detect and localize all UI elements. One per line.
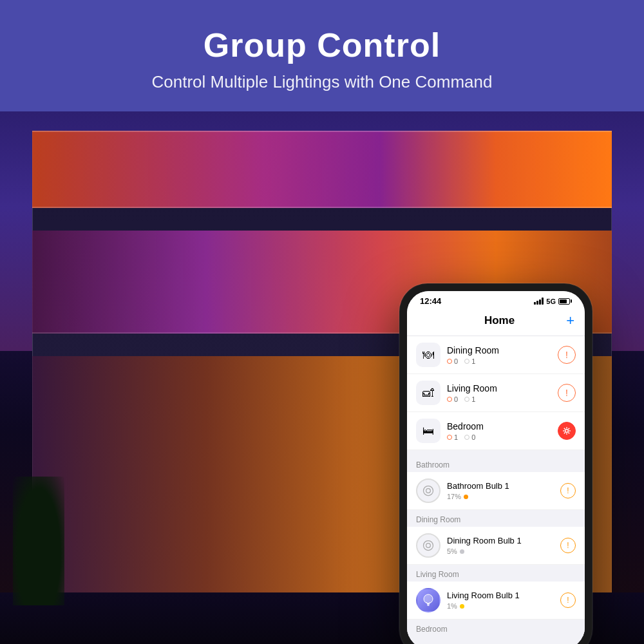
bathroom-status-dot bbox=[464, 495, 468, 499]
device-row[interactable]: Living Room Bulb 1 1% ! bbox=[407, 582, 585, 620]
dining-room-info: Dining Room 0 1 bbox=[447, 345, 558, 365]
living-device-section: Living Room bbox=[407, 565, 585, 620]
svg-point-4 bbox=[426, 544, 431, 548]
room-groups: 🍽 Dining Room 0 bbox=[407, 336, 585, 450]
bedroom-name: Bedroom bbox=[447, 421, 558, 431]
living-stat2: 1 bbox=[464, 395, 475, 403]
living-bulb-icon bbox=[416, 588, 440, 612]
bathroom-alert-icon[interactable]: ! bbox=[560, 483, 576, 498]
dining-alert-icon[interactable]: ! bbox=[560, 538, 576, 553]
house-section: 12:44 5G bbox=[0, 111, 644, 644]
living-stat1-count: 0 bbox=[454, 395, 458, 403]
dining-bulb-info: Dining Room Bulb 1 5% bbox=[447, 536, 560, 555]
phone-container: 12:44 5G bbox=[399, 283, 592, 644]
svg-point-2 bbox=[426, 489, 431, 493]
living-stat1: 0 bbox=[447, 395, 458, 403]
status-icons: 5G bbox=[534, 298, 572, 305]
phone-frame: 12:44 5G bbox=[399, 283, 592, 644]
living-room-info: Living Room 0 1 bbox=[447, 383, 558, 403]
bedroom-room-action[interactable] bbox=[558, 422, 576, 440]
svg-point-0 bbox=[565, 430, 569, 433]
status-time: 12:44 bbox=[420, 296, 441, 306]
bedroom-info: Bedroom 1 0 bbox=[447, 421, 558, 441]
dining-section-header: Dining Room bbox=[407, 510, 585, 527]
signal-bars-icon bbox=[534, 298, 544, 305]
bathroom-device-list: Bathroom Bulb 1 17% ! bbox=[407, 472, 585, 510]
living-room-icon: 🛋 bbox=[416, 381, 440, 405]
dining-bulb-icon bbox=[416, 533, 440, 558]
bedroom-stat1-count: 1 bbox=[454, 433, 458, 441]
bedroom-stat2: 0 bbox=[464, 433, 475, 441]
dining-room-stats: 0 1 bbox=[447, 357, 558, 365]
floor-upper bbox=[32, 131, 612, 208]
header-section: Group Control Control Multiple Lightings… bbox=[0, 0, 644, 111]
dining-room-action[interactable]: ! bbox=[558, 346, 576, 364]
dining-stat2: 1 bbox=[464, 357, 475, 365]
svg-point-1 bbox=[424, 486, 433, 496]
device-row[interactable]: Bathroom Bulb 1 17% ! bbox=[407, 472, 585, 510]
living-room-action[interactable]: ! bbox=[558, 384, 576, 402]
network-label: 5G bbox=[546, 298, 556, 305]
dining-brightness: 5% bbox=[447, 547, 457, 555]
add-button[interactable]: + bbox=[566, 312, 574, 329]
dining-bulb-name: Dining Room Bulb 1 bbox=[447, 536, 560, 545]
living-section-header: Living Room bbox=[407, 565, 585, 582]
bedroom-section-header: Bedroom bbox=[407, 620, 585, 636]
bathroom-brightness: 17% bbox=[447, 493, 461, 500]
living-brightness: 1% bbox=[447, 602, 457, 610]
bathroom-section-header: Bathroom bbox=[407, 455, 585, 472]
living-room-name: Living Room bbox=[447, 383, 558, 393]
living-bulb-name: Living Room Bulb 1 bbox=[447, 591, 560, 600]
sub-title: Control Multiple Lightings with One Comm… bbox=[13, 72, 631, 92]
dining-room-name: Dining Room bbox=[447, 345, 558, 355]
dining-stat1-count: 0 bbox=[454, 357, 458, 365]
bedroom-stat2-count: 0 bbox=[471, 433, 475, 441]
living-stat2-count: 1 bbox=[471, 395, 475, 403]
dining-stat1: 0 bbox=[447, 357, 458, 365]
bathroom-section: Bathroom bbox=[407, 455, 585, 510]
room-row[interactable]: 🍽 Dining Room 0 bbox=[407, 336, 585, 374]
tree-left bbox=[13, 477, 64, 605]
living-device-list: Living Room Bulb 1 1% ! bbox=[407, 582, 585, 620]
status-bar: 12:44 5G bbox=[407, 291, 585, 308]
living-bulb-status: 1% bbox=[447, 602, 560, 610]
bedroom-icon: 🛏 bbox=[416, 419, 440, 443]
dining-room-icon: 🍽 bbox=[416, 343, 440, 367]
bedroom-stats: 1 0 bbox=[447, 433, 558, 441]
dining-device-section: Dining Room bbox=[407, 510, 585, 565]
svg-point-3 bbox=[424, 541, 433, 551]
living-alert-icon[interactable]: ! bbox=[560, 592, 576, 608]
living-status-dot bbox=[460, 604, 464, 609]
bathroom-bulb-name: Bathroom Bulb 1 bbox=[447, 481, 560, 491]
dining-stat2-count: 1 bbox=[471, 357, 475, 365]
dining-status-dot bbox=[460, 549, 464, 554]
living-bulb-info: Living Room Bulb 1 1% bbox=[447, 591, 560, 610]
battery-icon bbox=[558, 298, 572, 305]
phone-screen: 12:44 5G bbox=[407, 291, 585, 644]
app-title: Home bbox=[433, 314, 566, 327]
app-header: Home + bbox=[407, 308, 585, 336]
dining-bulb-status: 5% bbox=[447, 547, 560, 555]
dining-device-list: Dining Room Bulb 1 5% ! bbox=[407, 527, 585, 565]
app-content[interactable]: 🍽 Dining Room 0 bbox=[407, 336, 585, 644]
living-room-stats: 0 1 bbox=[447, 395, 558, 403]
bathroom-bulb-status: 17% bbox=[447, 493, 560, 500]
bathroom-bulb-info: Bathroom Bulb 1 17% bbox=[447, 481, 560, 500]
main-title: Group Control bbox=[13, 26, 631, 64]
page-wrapper: Group Control Control Multiple Lightings… bbox=[0, 0, 644, 644]
device-row[interactable]: Dining Room Bulb 1 5% ! bbox=[407, 527, 585, 565]
bedroom-stat1: 1 bbox=[447, 433, 458, 441]
room-row[interactable]: 🛋 Living Room 0 bbox=[407, 374, 585, 412]
bedroom-device-section: Bedroom bbox=[407, 620, 585, 636]
room-row[interactable]: 🛏 Bedroom 1 bbox=[407, 412, 585, 450]
svg-point-5 bbox=[424, 594, 433, 603]
bathroom-bulb-icon bbox=[416, 478, 440, 503]
